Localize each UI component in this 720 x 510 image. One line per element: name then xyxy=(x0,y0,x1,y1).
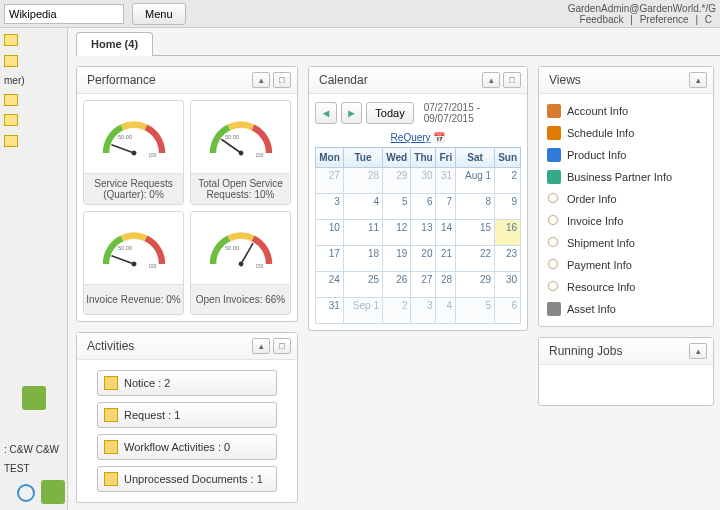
maximize-icon[interactable]: □ xyxy=(273,338,291,354)
views-item[interactable]: Account Info xyxy=(545,100,707,122)
calendar-cell[interactable]: 2 xyxy=(495,168,521,194)
calendar-icon[interactable]: 📅 xyxy=(433,132,445,143)
calendar-cell[interactable]: 9 xyxy=(495,194,521,220)
left-item[interactable]: mer) xyxy=(2,73,65,88)
today-button[interactable]: Today xyxy=(366,102,413,124)
calendar-cell[interactable]: 17 xyxy=(316,246,344,272)
collapse-icon[interactable]: ▴ xyxy=(252,72,270,88)
calendar-cell[interactable]: 28 xyxy=(343,168,382,194)
calendar-cell[interactable]: 8 xyxy=(456,194,495,220)
calendar-cell[interactable]: 30 xyxy=(495,272,521,298)
calendar-cell[interactable]: Aug 1 xyxy=(456,168,495,194)
feedback-link[interactable]: Feedback xyxy=(580,14,624,25)
trash-icon[interactable] xyxy=(22,386,46,410)
calendar-cell[interactable]: 29 xyxy=(456,272,495,298)
calendar-cell[interactable]: 11 xyxy=(343,220,382,246)
calendar-cell[interactable]: 27 xyxy=(411,272,436,298)
calendar-cell[interactable]: 23 xyxy=(495,246,521,272)
collapse-icon[interactable]: ▴ xyxy=(689,343,707,359)
maximize-icon[interactable]: □ xyxy=(273,72,291,88)
activity-button[interactable]: Notice : 2 xyxy=(97,370,277,396)
calendar-cell[interactable]: 19 xyxy=(383,246,411,272)
calendar-cell[interactable]: 31 xyxy=(316,298,344,324)
calendar-cell[interactable]: 5 xyxy=(456,298,495,324)
views-item[interactable]: Business Partner Info xyxy=(545,166,707,188)
calendar-cell[interactable]: 4 xyxy=(343,194,382,220)
activity-button[interactable]: Request : 1 xyxy=(97,402,277,428)
refresh-icon[interactable] xyxy=(17,484,35,502)
calendar-cell[interactable]: 13 xyxy=(411,220,436,246)
views-item[interactable]: Resource Info xyxy=(545,276,707,298)
gauge-card[interactable]: 50.00 150 Invoice Revenue: 0% xyxy=(83,211,184,315)
calendar-cell[interactable]: 7 xyxy=(436,194,456,220)
views-item[interactable]: Asset Info xyxy=(545,298,707,320)
views-item[interactable]: Payment Info xyxy=(545,254,707,276)
running-jobs-panel: Running Jobs ▴ xyxy=(538,337,714,406)
activity-button[interactable]: Workflow Activities : 0 xyxy=(97,434,277,460)
left-item[interactable] xyxy=(2,32,65,48)
calendar-cell[interactable]: 25 xyxy=(343,272,382,298)
maximize-icon[interactable]: □ xyxy=(503,72,521,88)
next-button[interactable]: ► xyxy=(341,102,363,124)
calendar-cell[interactable]: 31 xyxy=(436,168,456,194)
trash-icon[interactable] xyxy=(41,480,65,504)
calendar-cell[interactable]: 3 xyxy=(411,298,436,324)
gauge-card[interactable]: 50.00 150 Total Open Service Requests: 1… xyxy=(190,100,291,205)
calendar-cell[interactable]: 15 xyxy=(456,220,495,246)
folder-icon xyxy=(4,34,18,46)
svg-text:50.00: 50.00 xyxy=(118,245,132,251)
calendar-cell[interactable]: 6 xyxy=(411,194,436,220)
views-item[interactable]: Order Info xyxy=(545,188,707,210)
left-item[interactable] xyxy=(2,52,65,68)
menu-button[interactable]: Menu xyxy=(132,3,186,25)
prev-button[interactable]: ◄ xyxy=(315,102,337,124)
calendar-cell[interactable]: 16 xyxy=(495,220,521,246)
calendar-cell[interactable]: 18 xyxy=(343,246,382,272)
calendar-cell[interactable]: 28 xyxy=(436,272,456,298)
calendar-table: MonTueWedThuFriSatSun 2728293031Aug 1234… xyxy=(315,147,521,324)
views-item[interactable]: Invoice Info xyxy=(545,210,707,232)
left-item[interactable] xyxy=(2,132,65,148)
bulb-icon xyxy=(547,236,561,250)
views-item[interactable]: Product Info xyxy=(545,144,707,166)
calendar-cell[interactable]: 24 xyxy=(316,272,344,298)
gauge-card[interactable]: 50.00 150 Service Requests (Quarter): 0% xyxy=(83,100,184,205)
collapse-icon[interactable]: ▴ xyxy=(689,72,707,88)
calendar-cell[interactable]: 26 xyxy=(383,272,411,298)
preference-link[interactable]: Preference xyxy=(640,14,689,25)
left-item[interactable]: TEST xyxy=(2,461,65,476)
folder-icon xyxy=(4,55,18,67)
calendar-cell[interactable]: 5 xyxy=(383,194,411,220)
calendar-cell[interactable]: 4 xyxy=(436,298,456,324)
calendar-cell[interactable]: 27 xyxy=(316,168,344,194)
collapse-icon[interactable]: ▴ xyxy=(252,338,270,354)
calendar-cell[interactable]: 3 xyxy=(316,194,344,220)
calendar-cell[interactable]: 29 xyxy=(383,168,411,194)
svg-point-15 xyxy=(237,261,244,268)
calendar-cell[interactable]: 14 xyxy=(436,220,456,246)
requery-link[interactable]: ReQuery xyxy=(391,132,431,143)
calendar-cell[interactable]: 20 xyxy=(411,246,436,272)
activity-button[interactable]: Unprocessed Documents : 1 xyxy=(97,466,277,492)
left-item[interactable]: : C&W C&W xyxy=(2,442,65,457)
calendar-cell[interactable]: 6 xyxy=(495,298,521,324)
activity-icon xyxy=(104,376,118,390)
calendar-cell[interactable]: 2 xyxy=(383,298,411,324)
calendar-cell[interactable]: 12 xyxy=(383,220,411,246)
calendar-cell[interactable]: 10 xyxy=(316,220,344,246)
calendar-cell[interactable]: Sep 1 xyxy=(343,298,382,324)
gauge-label: Invoice Revenue: 0% xyxy=(84,284,183,314)
calendar-cell[interactable]: 21 xyxy=(436,246,456,272)
search-input[interactable] xyxy=(4,4,124,24)
left-item[interactable] xyxy=(2,112,65,128)
day-header: Fri xyxy=(436,148,456,168)
left-item[interactable] xyxy=(2,92,65,108)
other-link[interactable]: C xyxy=(705,14,712,25)
views-item[interactable]: Shipment Info xyxy=(545,232,707,254)
calendar-cell[interactable]: 30 xyxy=(411,168,436,194)
calendar-cell[interactable]: 22 xyxy=(456,246,495,272)
collapse-icon[interactable]: ▴ xyxy=(482,72,500,88)
tab-home[interactable]: Home (4) xyxy=(76,32,153,56)
gauge-card[interactable]: 50.00 150 Open Invoices: 66% xyxy=(190,211,291,315)
views-item[interactable]: Schedule Info xyxy=(545,122,707,144)
